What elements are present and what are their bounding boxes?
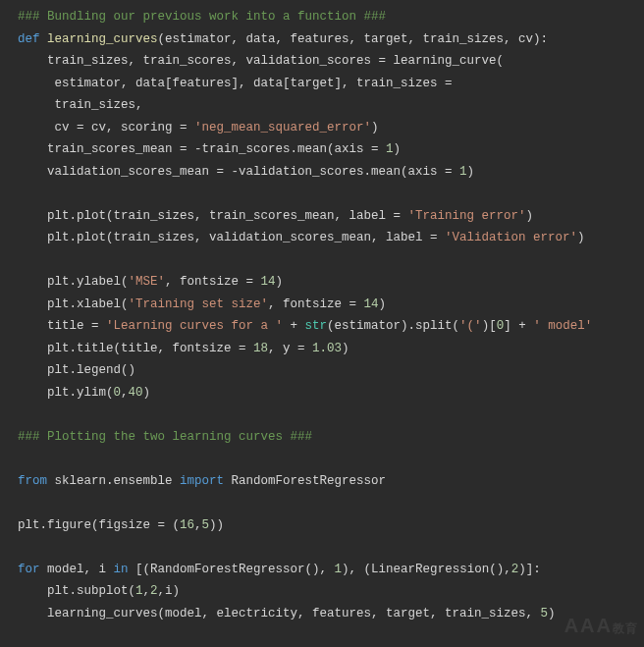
code-token-default: )[ [482, 319, 497, 333]
code-token-keyword: def [18, 32, 47, 46]
code-token-default: validation_scores_mean = -validation_sco… [18, 165, 459, 179]
code-token-default: model, i [40, 563, 114, 576]
code-token-keyword: for [18, 563, 40, 576]
code-token-default: , [121, 386, 129, 400]
code-token-default: plt.figure(figsize = ( [18, 518, 180, 532]
code-token-default: , fontsize = [268, 297, 364, 311]
code-token-string: 'Learning curves for a ' [106, 319, 283, 333]
code-token-string: '(' [459, 319, 482, 333]
code-token-number: 0 [114, 386, 122, 400]
code-token-default: estimator, data[features], data[target],… [18, 77, 453, 90]
code-token-number: 18 [253, 342, 268, 355]
code-token-number: 1 [335, 563, 343, 576]
code-token-default: ) [526, 209, 534, 223]
code-token-default: ,i) [158, 584, 181, 598]
code-token-default: )) [209, 518, 224, 532]
code-line: from sklearn.ensemble import RandomFores… [18, 470, 644, 493]
code-token-default: train_scores_mean = -train_scores.mean(a… [18, 142, 386, 156]
code-line: train_scores_mean = -train_scores.mean(a… [18, 138, 644, 161]
code-line: def learning_curves(estimator, data, fea… [18, 28, 644, 51]
code-token-string: 'MSE' [129, 275, 166, 289]
code-token-default: (estimator).split( [327, 319, 459, 333]
code-token-default: plt.plot(train_sizes, train_scores_mean,… [18, 209, 408, 223]
code-line: plt.ylabel('MSE', fontsize = 14) [18, 271, 644, 294]
code-line: train_sizes, [18, 94, 644, 117]
code-token-default: sklearn.ensemble [47, 474, 180, 488]
code-line: plt.subplot(1,2,i) [18, 580, 644, 603]
code-token-default: ) [276, 275, 284, 289]
code-token-number: 1 [459, 165, 467, 179]
code-line [18, 492, 644, 514]
code-token-string: 'Validation error' [445, 231, 577, 244]
code-token-default: )]: [518, 563, 541, 576]
code-token-number: 1.03 [312, 342, 342, 355]
code-line: cv = cv, scoring = 'neg_mean_squared_err… [18, 117, 644, 139]
code-token-default: ), (LinearRegression(), [342, 563, 511, 576]
code-token-keyword: in [114, 563, 129, 576]
code-line [18, 536, 644, 559]
code-block: ### Bundling our previous work into a fu… [18, 6, 644, 624]
code-token-default: ) [379, 297, 387, 311]
code-line [18, 249, 644, 272]
code-token-default: RandomForestRegressor [224, 474, 386, 488]
code-line: ### Plotting the two learning curves ### [18, 426, 644, 449]
code-token-number: 1 [135, 584, 143, 598]
code-line: estimator, data[features], data[target],… [18, 73, 644, 95]
code-line: plt.ylim(0,40) [18, 382, 644, 404]
code-token-default: [(RandomForestRegressor(), [129, 563, 335, 576]
code-token-default: train_sizes, [18, 98, 143, 112]
code-token-default: ) [467, 165, 475, 179]
code-line: ### Bundling our previous work into a fu… [18, 6, 644, 28]
code-line: validation_scores_mean = -validation_sco… [18, 161, 644, 184]
code-token-number: 5 [541, 607, 549, 620]
code-token-default: plt.xlabel( [18, 297, 129, 311]
code-line: title = 'Learning curves for a ' + str(e… [18, 315, 644, 338]
code-token-number: 14 [364, 297, 379, 311]
code-token-string: 'Training set size' [129, 297, 269, 311]
code-token-default: , [143, 584, 151, 598]
code-token-default: ) [394, 142, 402, 156]
code-token-default: ) [577, 231, 585, 244]
code-token-keyword: import [180, 474, 224, 488]
code-token-default: ] + [504, 319, 533, 333]
code-line [18, 183, 644, 205]
code-line: plt.title(title, fontsize = 18, y = 1.03… [18, 338, 644, 360]
code-token-default: plt.legend() [18, 363, 135, 377]
code-line: plt.legend() [18, 359, 644, 382]
code-line: plt.xlabel('Training set size', fontsize… [18, 294, 644, 316]
code-line: plt.plot(train_sizes, train_scores_mean,… [18, 205, 644, 228]
code-token-default: ) [548, 607, 556, 620]
code-token-default: (estimator, data, features, target, trai… [158, 32, 549, 46]
code-token-string: 'Training error' [408, 209, 526, 223]
code-token-default: train_sizes, train_scores, validation_sc… [18, 54, 504, 68]
code-token-default: + [283, 319, 305, 333]
code-token-number: 2 [150, 584, 158, 598]
code-token-default: plt.plot(train_sizes, validation_scores_… [18, 231, 445, 244]
code-token-number: 16 [180, 518, 194, 532]
code-token-default: , [194, 518, 202, 532]
code-token-default: plt.ylabel( [18, 275, 129, 289]
code-line: train_sizes, train_scores, validation_sc… [18, 50, 644, 73]
code-line [18, 448, 644, 470]
code-token-number: 40 [129, 386, 143, 400]
code-token-default: cv = cv, scoring = [18, 121, 194, 135]
code-token-default: , y = [268, 342, 312, 355]
code-line: for model, i in [(RandomForestRegressor(… [18, 559, 644, 581]
code-token-default: ) [342, 342, 349, 355]
code-token-keyword: from [18, 474, 47, 488]
code-token-default: plt.subplot( [18, 584, 135, 598]
code-token-default: ) [143, 386, 151, 400]
code-token-default: title = [18, 319, 106, 333]
code-line: plt.figure(figsize = (16,5)) [18, 514, 644, 537]
code-token-func: learning_curves [47, 32, 158, 46]
code-line: plt.plot(train_sizes, validation_scores_… [18, 227, 644, 249]
code-token-string: ' model' [533, 319, 592, 333]
code-token-default: plt.title(title, fontsize = [18, 342, 253, 355]
code-token-default: ) [371, 121, 379, 135]
code-token-default: , fontsize = [165, 275, 261, 289]
code-token-string: 'neg_mean_squared_error' [194, 121, 371, 135]
code-token-comment: ### Plotting the two learning curves ### [18, 430, 312, 444]
code-token-number: 14 [261, 275, 276, 289]
code-line: learning_curves(model, electricity, feat… [18, 603, 644, 625]
code-line [18, 404, 644, 426]
